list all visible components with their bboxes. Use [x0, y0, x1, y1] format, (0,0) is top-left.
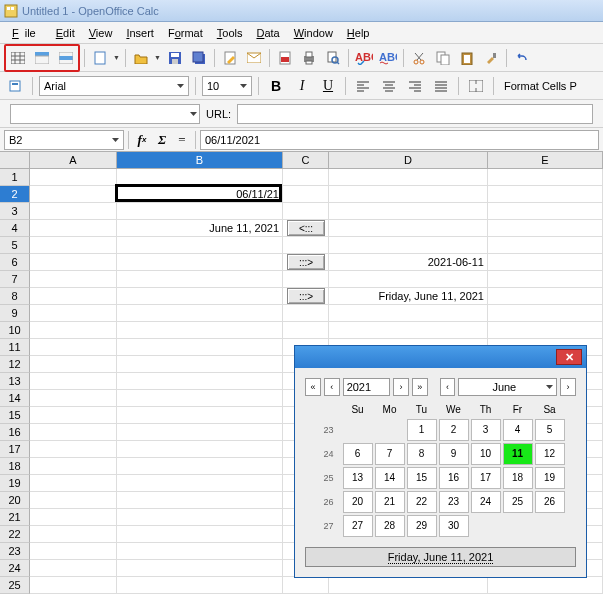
day-20[interactable]: 20 — [343, 491, 373, 513]
row-header-6[interactable]: 6 — [0, 254, 30, 271]
align-left-icon[interactable] — [352, 75, 374, 97]
toolbar-preview-icon[interactable] — [322, 47, 344, 69]
row-header-14[interactable]: 14 — [0, 390, 30, 407]
day-13[interactable]: 13 — [343, 467, 373, 489]
equals-icon[interactable]: = — [173, 131, 191, 149]
dropdown-icon[interactable]: ▼ — [154, 54, 162, 61]
toolbar-cut-icon[interactable] — [408, 47, 430, 69]
menu-insert[interactable]: Insert — [120, 25, 160, 41]
toolbar-save-icon[interactable] — [164, 47, 186, 69]
toolbar-saveall-icon[interactable] — [188, 47, 210, 69]
cell-B2[interactable]: 06/11/21 — [117, 186, 283, 203]
font-size-selector[interactable]: 10 — [202, 76, 252, 96]
day-27[interactable]: 27 — [343, 515, 373, 537]
row-header-19[interactable]: 19 — [0, 475, 30, 492]
day-30[interactable]: 30 — [439, 515, 469, 537]
col-header-D[interactable]: D — [329, 152, 488, 169]
cell-C8[interactable]: :::> — [287, 288, 325, 304]
cell-D6[interactable]: 2021-06-11 — [329, 254, 488, 271]
row-header-20[interactable]: 20 — [0, 492, 30, 509]
day-22[interactable]: 22 — [407, 491, 437, 513]
year-next-button[interactable]: › — [393, 378, 409, 396]
toolbar-open-icon[interactable] — [130, 47, 152, 69]
align-center-icon[interactable] — [378, 75, 400, 97]
day-3[interactable]: 3 — [471, 419, 501, 441]
toolbar-spellcheck-icon[interactable]: ABC — [353, 47, 375, 69]
toolbar-paste-icon[interactable] — [456, 47, 478, 69]
day-14[interactable]: 14 — [375, 467, 405, 489]
col-header-E[interactable]: E — [488, 152, 603, 169]
cell-C6[interactable]: :::> — [287, 254, 325, 270]
toolbar-autospell-icon[interactable]: ABC — [377, 47, 399, 69]
bold-button[interactable]: B — [265, 75, 287, 97]
styles-icon[interactable] — [4, 75, 26, 97]
day-16[interactable]: 16 — [439, 467, 469, 489]
year-prev-fast-button[interactable]: « — [305, 378, 321, 396]
align-right-icon[interactable] — [404, 75, 426, 97]
toolbar-editdoc-icon[interactable] — [219, 47, 241, 69]
row-header-9[interactable]: 9 — [0, 305, 30, 322]
col-header-C[interactable]: C — [283, 152, 329, 169]
day-15[interactable]: 15 — [407, 467, 437, 489]
row-header-7[interactable]: 7 — [0, 271, 30, 288]
toolbar-pdf-icon[interactable] — [274, 47, 296, 69]
day-2[interactable]: 2 — [439, 419, 469, 441]
row-header-2[interactable]: 2 — [0, 186, 30, 203]
font-selector[interactable]: Arial — [39, 76, 189, 96]
row-header-12[interactable]: 12 — [0, 356, 30, 373]
url-combo[interactable] — [10, 104, 200, 124]
toolbar-btn-row1[interactable] — [31, 47, 53, 69]
toolbar-mail-icon[interactable] — [243, 47, 265, 69]
toolbar-paintbrush-icon[interactable] — [480, 47, 502, 69]
month-prev-button[interactable]: ‹ — [440, 378, 456, 396]
row-header-25[interactable]: 25 — [0, 577, 30, 594]
day-1[interactable]: 1 — [407, 419, 437, 441]
menu-window[interactable]: Window — [288, 25, 339, 41]
day-12[interactable]: 12 — [535, 443, 565, 465]
day-10[interactable]: 10 — [471, 443, 501, 465]
url-input[interactable] — [237, 104, 593, 124]
menu-edit[interactable]: Edit — [50, 25, 81, 41]
day-26[interactable]: 26 — [535, 491, 565, 513]
italic-button[interactable]: I — [291, 75, 313, 97]
row-header-15[interactable]: 15 — [0, 407, 30, 424]
day-5[interactable]: 5 — [535, 419, 565, 441]
row-header-16[interactable]: 16 — [0, 424, 30, 441]
day-18[interactable]: 18 — [503, 467, 533, 489]
row-header-1[interactable]: 1 — [0, 169, 30, 186]
menu-format[interactable]: Format — [162, 25, 209, 41]
toolbar-undo-icon[interactable] — [511, 47, 533, 69]
toolbar-copy-icon[interactable] — [432, 47, 454, 69]
row-header-10[interactable]: 10 — [0, 322, 30, 339]
row-header-21[interactable]: 21 — [0, 509, 30, 526]
year-prev-button[interactable]: ‹ — [324, 378, 340, 396]
day-29[interactable]: 29 — [407, 515, 437, 537]
row-header-13[interactable]: 13 — [0, 373, 30, 390]
month-box[interactable]: June — [458, 378, 557, 396]
row-header-4[interactable]: 4 — [0, 220, 30, 237]
day-8[interactable]: 8 — [407, 443, 437, 465]
col-header-B[interactable]: B — [117, 152, 283, 169]
day-19[interactable]: 19 — [535, 467, 565, 489]
calendar-titlebar[interactable]: ✕ — [295, 346, 586, 368]
day-9[interactable]: 9 — [439, 443, 469, 465]
row-header-18[interactable]: 18 — [0, 458, 30, 475]
merge-cells-icon[interactable] — [465, 75, 487, 97]
menu-data[interactable]: Data — [250, 25, 285, 41]
day-23[interactable]: 23 — [439, 491, 469, 513]
function-wizard-icon[interactable]: fx — [133, 131, 151, 149]
toolbar-btn-row2[interactable] — [55, 47, 77, 69]
col-header-A[interactable]: A — [30, 152, 117, 169]
year-next-fast-button[interactable]: » — [412, 378, 428, 396]
day-7[interactable]: 7 — [375, 443, 405, 465]
underline-button[interactable]: U — [317, 75, 339, 97]
select-all-corner[interactable] — [0, 152, 30, 169]
row-header-24[interactable]: 24 — [0, 560, 30, 577]
day-28[interactable]: 28 — [375, 515, 405, 537]
day-4[interactable]: 4 — [503, 419, 533, 441]
month-next-button[interactable]: › — [560, 378, 576, 396]
day-17[interactable]: 17 — [471, 467, 501, 489]
day-11[interactable]: 11 — [503, 443, 533, 465]
align-justify-icon[interactable] — [430, 75, 452, 97]
cell-B4[interactable]: June 11, 2021 — [117, 220, 283, 237]
